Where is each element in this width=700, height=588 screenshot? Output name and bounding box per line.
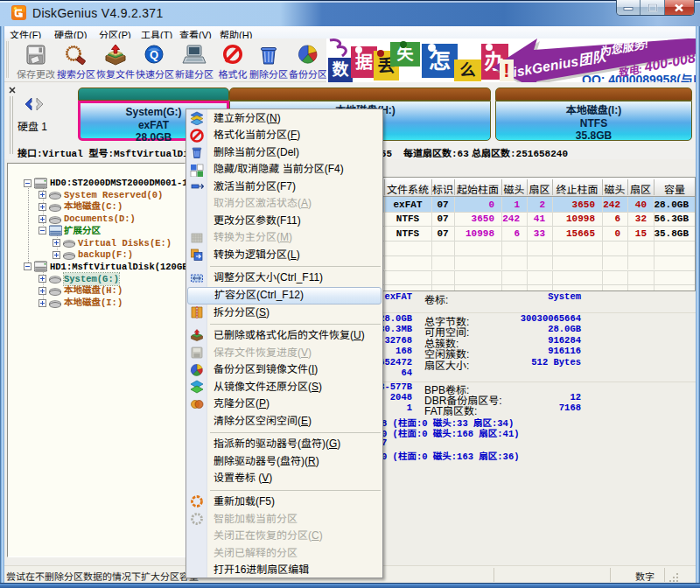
svg-text:Q: Q (150, 48, 158, 61)
